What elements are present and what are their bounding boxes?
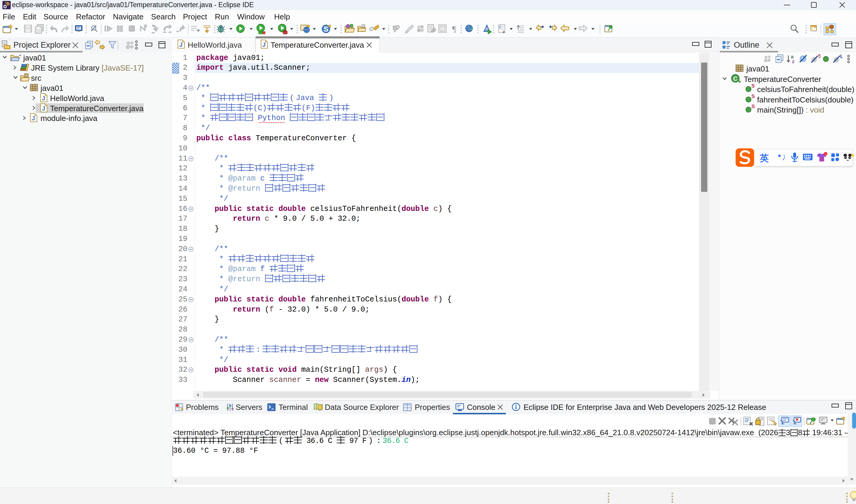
svg-text:J: J — [32, 115, 35, 122]
svg-text:C: C — [733, 75, 737, 82]
svg-text:J: J — [262, 41, 266, 48]
svg-text:J: J — [42, 95, 45, 102]
svg-text:z: z — [792, 59, 795, 64]
svg-text:S: S — [818, 54, 821, 59]
svg-text:S: S — [324, 25, 328, 33]
svg-text:¶: ¶ — [452, 24, 456, 34]
svg-text:J: J — [42, 105, 45, 112]
svg-text:EE: EE — [5, 1, 8, 4]
svg-text:L: L — [840, 54, 843, 59]
svg-text:J: J — [19, 53, 21, 57]
svg-text:J: J — [179, 41, 182, 48]
